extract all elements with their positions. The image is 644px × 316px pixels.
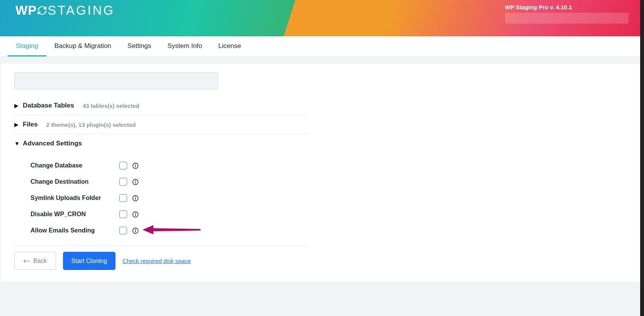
svg-rect-11	[135, 214, 136, 216]
info-icon[interactable]	[132, 227, 139, 234]
info-icon[interactable]	[132, 195, 139, 202]
refresh-icon	[36, 4, 49, 17]
svg-rect-14	[135, 230, 136, 232]
section-db-sub: 43 tables(s) selected	[83, 102, 139, 109]
version-text: WP Staging Pro v. 4.10.1	[505, 4, 629, 10]
svg-rect-5	[135, 181, 136, 183]
start-cloning-button[interactable]: Start Cloning	[63, 252, 116, 270]
svg-rect-2	[135, 165, 136, 167]
tab-system-info[interactable]: System Info	[160, 36, 211, 56]
chevron-right-icon: ▶	[14, 102, 23, 109]
footer-actions: Back Start Cloning Check required disk s…	[14, 252, 629, 270]
section-files-title: Files	[23, 121, 38, 128]
svg-point-7	[135, 196, 136, 197]
option-symlink-uploads-label: Symlink Uploads Folder	[31, 195, 108, 202]
option-allow-emails: Allow Emails Sending	[14, 222, 308, 239]
option-change-database-label: Change Database	[31, 162, 108, 169]
tab-system-info-label: System Info	[168, 42, 202, 50]
header-banner: WP STAGING WP Staging Pro v. 4.10.1	[0, 0, 644, 36]
tab-backup-label: Backup & Migration	[54, 42, 111, 50]
svg-rect-8	[135, 198, 136, 200]
start-cloning-label: Start Cloning	[71, 258, 107, 265]
license-placeholder	[505, 13, 629, 24]
option-change-destination: Change Destination	[14, 174, 308, 190]
back-button[interactable]: Back	[14, 252, 56, 270]
tab-staging-label: Staging	[16, 42, 38, 50]
symlink-uploads-checkbox[interactable]	[119, 194, 127, 202]
section-files-sub: 2 theme(s), 13 plugin(s) selected	[46, 121, 136, 128]
tab-backup[interactable]: Backup & Migration	[46, 36, 119, 56]
scrollbar-track[interactable]	[640, 0, 644, 316]
change-database-checkbox[interactable]	[119, 162, 127, 169]
svg-point-13	[135, 229, 136, 230]
logo-post: STAGING	[48, 3, 115, 18]
annotation-arrow-icon	[143, 223, 201, 238]
option-change-destination-label: Change Destination	[31, 178, 108, 185]
section-files[interactable]: ▶ Files 2 theme(s), 13 plugin(s) selecte…	[14, 115, 308, 134]
section-database-tables[interactable]: ▶ Database Tables 43 tables(s) selected	[14, 96, 308, 115]
option-disable-wp-cron-label: Disable WP_CRON	[31, 211, 108, 218]
logo-pre: WP	[15, 3, 37, 18]
main-panel: ▶ Database Tables 43 tables(s) selected …	[1, 64, 642, 282]
chevron-right-icon: ▶	[14, 121, 23, 128]
svg-marker-15	[143, 225, 201, 234]
svg-point-10	[135, 213, 136, 214]
disable-wp-cron-checkbox[interactable]	[119, 210, 127, 218]
info-icon[interactable]	[132, 178, 139, 185]
option-disable-wp-cron: Disable WP_CRON	[14, 206, 308, 222]
check-disk-space-label: Check required disk space	[122, 258, 191, 264]
svg-point-4	[135, 180, 136, 181]
clone-name-input[interactable]	[14, 72, 218, 89]
logo: WP STAGING	[15, 3, 115, 18]
tab-staging[interactable]: Staging	[8, 36, 46, 56]
tab-bar: Staging Backup & Migration Settings Syst…	[0, 36, 644, 57]
section-db-title: Database Tables	[23, 102, 74, 109]
allow-emails-checkbox[interactable]	[119, 227, 127, 234]
tab-license-label: License	[218, 42, 241, 50]
back-button-label: Back	[33, 258, 47, 265]
info-icon[interactable]	[132, 162, 139, 169]
arrow-left-icon	[23, 258, 30, 264]
version-block: WP Staging Pro v. 4.10.1	[505, 4, 629, 24]
option-change-database: Change Database	[14, 157, 308, 174]
svg-point-1	[135, 164, 136, 165]
section-advanced-title: Advanced Settings	[23, 140, 82, 147]
info-icon[interactable]	[132, 211, 139, 218]
advanced-settings-body: Change Database Change Destination Symli…	[14, 153, 308, 246]
change-destination-checkbox[interactable]	[119, 178, 127, 186]
tab-license[interactable]: License	[210, 36, 249, 56]
check-disk-space-link[interactable]: Check required disk space	[122, 258, 191, 264]
option-symlink-uploads: Symlink Uploads Folder	[14, 190, 308, 206]
chevron-down-icon: ▼	[14, 140, 23, 147]
tab-settings-label: Settings	[127, 42, 151, 50]
option-allow-emails-label: Allow Emails Sending	[31, 227, 108, 234]
section-advanced[interactable]: ▼ Advanced Settings	[14, 134, 308, 153]
tab-settings[interactable]: Settings	[119, 36, 159, 56]
